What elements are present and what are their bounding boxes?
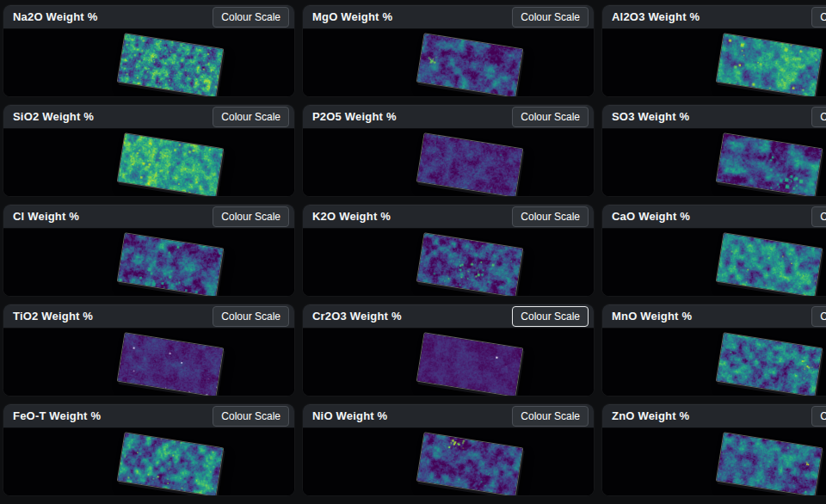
- panel-header: P2O5 Weight % Colour Scale: [303, 105, 594, 129]
- colour-scale-button[interactable]: Colour Scale: [213, 206, 289, 227]
- panel-title: P2O5 Weight %: [312, 110, 397, 123]
- panel-header: Cr2O3 Weight % Colour Scale: [303, 304, 594, 329]
- element-map-panel: Cl Weight % Colour Scale: [3, 205, 294, 296]
- panel-header: CaO Weight % Colour Scale: [602, 205, 826, 229]
- element-map-panel: Na2O Weight % Colour Scale: [3, 5, 294, 96]
- panel-header: Al2O3 Weight % Colour Scale: [602, 5, 826, 29]
- sample-map-canvas[interactable]: [716, 332, 823, 396]
- panel-title: SO3 Weight %: [612, 110, 689, 123]
- panel-header: NiO Weight % Colour Scale: [303, 404, 594, 428]
- sample-map-canvas[interactable]: [716, 132, 823, 196]
- map-area: [303, 329, 594, 396]
- colour-scale-button[interactable]: Colour Scale: [512, 7, 589, 28]
- sample-map-canvas[interactable]: [117, 432, 225, 495]
- element-maps-grid: Na2O Weight % Colour Scale MgO Weight % …: [3, 5, 826, 495]
- element-map-panel: SO3 Weight % Colour Scale: [602, 105, 826, 196]
- colour-scale-button[interactable]: Colour Scale: [512, 406, 589, 427]
- sample-map-canvas[interactable]: [716, 432, 823, 495]
- panel-title: MnO Weight %: [612, 310, 692, 323]
- colour-scale-button[interactable]: Colour Scale: [213, 406, 289, 427]
- map-area: [602, 229, 826, 296]
- panel-header: MgO Weight % Colour Scale: [303, 5, 594, 29]
- map-area: [602, 428, 826, 495]
- panel-title: Cr2O3 Weight %: [312, 310, 402, 323]
- panel-header: ZnO Weight % Colour Scale: [602, 404, 826, 428]
- panel-title: K2O Weight %: [312, 210, 391, 223]
- map-area: [602, 129, 826, 196]
- colour-scale-button[interactable]: Colour Scale: [811, 7, 826, 28]
- element-map-panel: Al2O3 Weight % Colour Scale: [602, 5, 826, 96]
- panel-title: Cl Weight %: [13, 210, 79, 223]
- map-area: [3, 329, 294, 396]
- panel-header: Na2O Weight % Colour Scale: [3, 5, 294, 29]
- element-map-panel: MgO Weight % Colour Scale: [303, 5, 594, 96]
- panel-title: Al2O3 Weight %: [612, 10, 700, 23]
- colour-scale-button[interactable]: Colour Scale: [811, 406, 826, 427]
- sample-map-canvas[interactable]: [117, 132, 225, 196]
- sample-map-canvas[interactable]: [716, 232, 823, 296]
- map-area: [602, 29, 826, 96]
- element-map-panel: TiO2 Weight % Colour Scale: [3, 304, 294, 396]
- colour-scale-button[interactable]: Colour Scale: [811, 107, 826, 127]
- map-area: [303, 29, 594, 96]
- map-area: [303, 428, 594, 495]
- panel-header: Cl Weight % Colour Scale: [3, 205, 294, 229]
- element-map-panel: CaO Weight % Colour Scale: [602, 205, 826, 296]
- panel-title: Na2O Weight %: [13, 10, 97, 23]
- map-area: [3, 29, 294, 96]
- map-area: [602, 329, 826, 396]
- element-map-panel: K2O Weight % Colour Scale: [303, 205, 594, 296]
- panel-title: FeO-T Weight %: [13, 409, 101, 422]
- element-map-panel: MnO Weight % Colour Scale: [602, 304, 826, 396]
- colour-scale-button[interactable]: Colour Scale: [811, 206, 826, 227]
- sample-map-canvas[interactable]: [117, 33, 225, 96]
- panel-title: SiO2 Weight %: [13, 110, 94, 123]
- element-map-panel: SiO2 Weight % Colour Scale: [3, 105, 294, 196]
- sample-map-canvas[interactable]: [416, 432, 524, 495]
- colour-scale-button[interactable]: Colour Scale: [512, 206, 589, 227]
- element-map-panel: NiO Weight % Colour Scale: [303, 404, 594, 495]
- sample-map-canvas[interactable]: [117, 232, 225, 296]
- panel-title: TiO2 Weight %: [13, 310, 93, 323]
- colour-scale-button[interactable]: Colour Scale: [512, 306, 589, 327]
- colour-scale-button[interactable]: Colour Scale: [811, 306, 826, 327]
- colour-scale-button[interactable]: Colour Scale: [213, 306, 289, 327]
- sample-map-canvas[interactable]: [416, 132, 524, 196]
- element-map-panel: ZnO Weight % Colour Scale: [602, 404, 826, 495]
- panel-header: K2O Weight % Colour Scale: [303, 205, 594, 229]
- map-area: [303, 129, 594, 196]
- element-map-panel: FeO-T Weight % Colour Scale: [3, 404, 294, 495]
- panel-title: CaO Weight %: [612, 210, 690, 223]
- panel-header: TiO2 Weight % Colour Scale: [3, 304, 294, 329]
- element-map-panel: P2O5 Weight % Colour Scale: [303, 105, 594, 196]
- panel-title: ZnO Weight %: [612, 409, 689, 422]
- panel-header: SiO2 Weight % Colour Scale: [3, 105, 294, 129]
- colour-scale-button[interactable]: Colour Scale: [213, 7, 289, 28]
- sample-map-canvas[interactable]: [716, 33, 823, 96]
- map-area: [3, 229, 294, 296]
- map-area: [3, 428, 294, 495]
- sample-map-canvas[interactable]: [416, 332, 524, 396]
- sample-map-canvas[interactable]: [416, 33, 524, 96]
- panel-header: MnO Weight % Colour Scale: [602, 304, 826, 329]
- element-map-panel: Cr2O3 Weight % Colour Scale: [303, 304, 594, 396]
- panel-header: SO3 Weight % Colour Scale: [602, 105, 826, 129]
- sample-map-canvas[interactable]: [117, 332, 225, 396]
- sample-map-canvas[interactable]: [416, 232, 524, 296]
- colour-scale-button[interactable]: Colour Scale: [512, 107, 589, 127]
- map-area: [3, 129, 294, 196]
- map-area: [303, 229, 594, 296]
- colour-scale-button[interactable]: Colour Scale: [213, 107, 289, 127]
- panel-title: MgO Weight %: [312, 10, 392, 23]
- panel-title: NiO Weight %: [312, 409, 387, 422]
- panel-header: FeO-T Weight % Colour Scale: [3, 404, 294, 428]
